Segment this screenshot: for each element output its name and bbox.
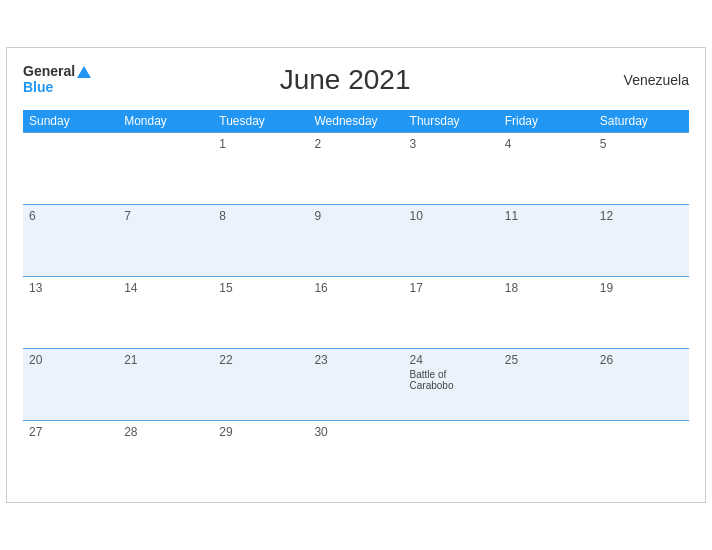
calendar-cell: 28 [118, 420, 213, 492]
day-number: 4 [505, 137, 588, 151]
calendar-cell: 5 [594, 132, 689, 204]
day-number: 18 [505, 281, 588, 295]
weekday-thursday: Thursday [404, 110, 499, 133]
calendar-cell: 15 [213, 276, 308, 348]
calendar-cell: 19 [594, 276, 689, 348]
calendar-table: Sunday Monday Tuesday Wednesday Thursday… [23, 110, 689, 493]
day-number: 16 [314, 281, 397, 295]
calendar-cell: 25 [499, 348, 594, 420]
calendar-cell: 23 [308, 348, 403, 420]
logo-triangle-icon [77, 66, 91, 78]
day-number: 19 [600, 281, 683, 295]
calendar-week-row: 12345 [23, 132, 689, 204]
calendar-cell [499, 420, 594, 492]
logo-general-text: General [23, 64, 75, 79]
country-label: Venezuela [599, 72, 689, 88]
calendar-header: General Blue June 2021 Venezuela [23, 64, 689, 96]
weekday-wednesday: Wednesday [308, 110, 403, 133]
calendar-cell: 8 [213, 204, 308, 276]
day-number: 24 [410, 353, 493, 367]
calendar-cell: 7 [118, 204, 213, 276]
day-number: 29 [219, 425, 302, 439]
day-number: 14 [124, 281, 207, 295]
weekday-header-row: Sunday Monday Tuesday Wednesday Thursday… [23, 110, 689, 133]
calendar-cell: 16 [308, 276, 403, 348]
calendar-cell: 29 [213, 420, 308, 492]
event-label: Battle of Carabobo [410, 369, 493, 391]
calendar-cell: 26 [594, 348, 689, 420]
calendar-cell: 13 [23, 276, 118, 348]
weekday-friday: Friday [499, 110, 594, 133]
day-number: 20 [29, 353, 112, 367]
day-number: 27 [29, 425, 112, 439]
day-number: 26 [600, 353, 683, 367]
day-number: 10 [410, 209, 493, 223]
calendar-cell: 18 [499, 276, 594, 348]
calendar-week-row: 6789101112 [23, 204, 689, 276]
day-number: 5 [600, 137, 683, 151]
calendar-week-row: 27282930 [23, 420, 689, 492]
calendar-cell: 4 [499, 132, 594, 204]
day-number: 15 [219, 281, 302, 295]
day-number: 22 [219, 353, 302, 367]
day-number: 2 [314, 137, 397, 151]
calendar-cell: 21 [118, 348, 213, 420]
weekday-tuesday: Tuesday [213, 110, 308, 133]
calendar-cell: 2 [308, 132, 403, 204]
logo-blue-text: Blue [23, 80, 91, 95]
weekday-monday: Monday [118, 110, 213, 133]
calendar-cell: 3 [404, 132, 499, 204]
calendar-cell: 14 [118, 276, 213, 348]
calendar-cell: 1 [213, 132, 308, 204]
calendar-title: June 2021 [280, 64, 411, 96]
day-number: 21 [124, 353, 207, 367]
logo: General Blue [23, 64, 91, 95]
calendar-cell [23, 132, 118, 204]
day-number: 3 [410, 137, 493, 151]
calendar-cell: 9 [308, 204, 403, 276]
day-number: 25 [505, 353, 588, 367]
calendar-cell: 10 [404, 204, 499, 276]
day-number: 11 [505, 209, 588, 223]
day-number: 17 [410, 281, 493, 295]
calendar-cell [118, 132, 213, 204]
day-number: 6 [29, 209, 112, 223]
weekday-sunday: Sunday [23, 110, 118, 133]
calendar-cell: 24Battle of Carabobo [404, 348, 499, 420]
calendar-cell: 22 [213, 348, 308, 420]
day-number: 1 [219, 137, 302, 151]
day-number: 7 [124, 209, 207, 223]
calendar-week-row: 2021222324Battle of Carabobo2526 [23, 348, 689, 420]
calendar-cell: 12 [594, 204, 689, 276]
day-number: 9 [314, 209, 397, 223]
day-number: 28 [124, 425, 207, 439]
calendar-cell: 6 [23, 204, 118, 276]
calendar-cell: 30 [308, 420, 403, 492]
calendar-week-row: 13141516171819 [23, 276, 689, 348]
day-number: 23 [314, 353, 397, 367]
weekday-saturday: Saturday [594, 110, 689, 133]
calendar-cell: 27 [23, 420, 118, 492]
day-number: 13 [29, 281, 112, 295]
calendar-cell: 11 [499, 204, 594, 276]
calendar-container: General Blue June 2021 Venezuela Sunday … [6, 47, 706, 504]
calendar-cell: 20 [23, 348, 118, 420]
day-number: 8 [219, 209, 302, 223]
calendar-cell [594, 420, 689, 492]
day-number: 12 [600, 209, 683, 223]
day-number: 30 [314, 425, 397, 439]
calendar-cell: 17 [404, 276, 499, 348]
calendar-cell [404, 420, 499, 492]
